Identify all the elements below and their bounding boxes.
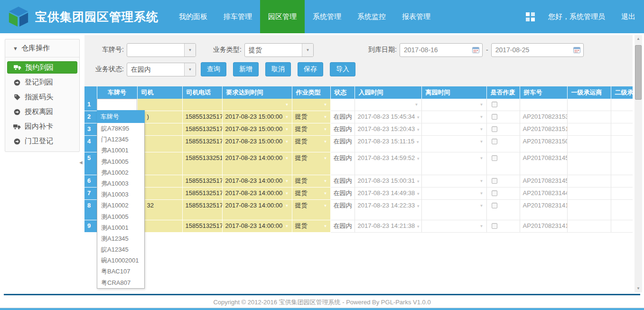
entry-time-cell[interactable]: ▼ bbox=[355, 99, 421, 111]
required-time-cell[interactable]: ▼2017-08-23 15:00:00 bbox=[222, 123, 292, 136]
plate-option[interactable]: 弗A10005 bbox=[97, 156, 144, 167]
plate-option[interactable]: 测A10001 bbox=[97, 222, 144, 233]
exit-time-cell[interactable]: ▼ bbox=[421, 136, 486, 152]
operation-type-cell[interactable]: ▼提货 bbox=[292, 152, 330, 175]
add-button[interactable]: 新增 bbox=[233, 62, 259, 76]
plate-option[interactable]: 测A12345 bbox=[97, 233, 144, 244]
entry-time-cell[interactable]: 2017-08-23 14:22:33▼ bbox=[355, 200, 421, 220]
void-checkbox[interactable] bbox=[492, 102, 497, 107]
required-time-cell[interactable]: ▼ bbox=[222, 99, 292, 111]
plate-option[interactable]: 弗A10003 bbox=[97, 178, 144, 189]
plate-select[interactable]: ▼ bbox=[127, 43, 196, 57]
row-number[interactable]: 4 bbox=[84, 136, 97, 152]
nav-item-dashboard[interactable]: 我的面板 bbox=[171, 0, 215, 33]
entry-time-cell[interactable]: 2017-08-23 14:59:52▼ bbox=[355, 152, 421, 175]
cancel-button[interactable]: 取消 bbox=[265, 62, 291, 76]
sidebar-item-park-card-reissue[interactable]: 园内补卡 bbox=[5, 119, 79, 134]
void-checkbox[interactable] bbox=[492, 114, 497, 120]
sidebar-collapse-arrow[interactable]: ◄ bbox=[78, 160, 84, 165]
scrollbar-thumb[interactable] bbox=[635, 45, 642, 100]
entry-time-cell[interactable]: 2017-08-23 15:11:15▼ bbox=[355, 136, 421, 152]
operation-type-cell[interactable]: ▼提货 bbox=[292, 136, 330, 152]
nav-item-report-management[interactable]: 报表管理 bbox=[394, 0, 439, 33]
exit-time-cell[interactable]: ▼ bbox=[421, 123, 486, 136]
entry-time-cell[interactable]: 2017-08-23 14:49:38▼ bbox=[355, 188, 421, 200]
driver-phone-cell[interactable]: 15855132517 bbox=[182, 111, 222, 123]
plate-option[interactable]: 测A10003 bbox=[97, 189, 144, 200]
row-number[interactable]: 8 bbox=[84, 200, 97, 220]
exit-time-cell[interactable]: ▼ bbox=[421, 200, 486, 220]
operation-type-cell[interactable]: ▼ bbox=[292, 99, 330, 111]
required-time-cell[interactable]: ▼2017-08-23 15:00:00 bbox=[222, 111, 292, 123]
driver-phone-cell[interactable]: 15855132517 bbox=[182, 136, 222, 152]
void-checkbox[interactable] bbox=[492, 126, 497, 132]
required-time-cell[interactable]: ▼2017-08-23 14:00:00 bbox=[222, 200, 292, 220]
required-time-cell[interactable]: ▼2017-08-23 15:00:00 bbox=[222, 136, 292, 152]
row-number[interactable]: 3 bbox=[84, 123, 97, 136]
void-checkbox[interactable] bbox=[492, 190, 497, 196]
exit-time-cell[interactable]: ▼ bbox=[421, 99, 486, 111]
plate-option[interactable]: 皖A78K95 bbox=[97, 123, 144, 134]
operation-type-cell[interactable]: ▼提货 bbox=[292, 123, 330, 136]
chevron-down-icon[interactable]: ▼ bbox=[302, 44, 313, 56]
row-number[interactable]: 9 bbox=[84, 220, 97, 233]
required-time-cell[interactable]: ▼2017-08-23 14:00:00 bbox=[222, 188, 292, 200]
operation-type-cell[interactable]: ▼提货 bbox=[292, 111, 330, 123]
exit-time-cell[interactable]: ▼ bbox=[421, 175, 486, 188]
void-checkbox[interactable] bbox=[492, 155, 497, 161]
chevron-down-icon[interactable]: ▼ bbox=[184, 63, 196, 76]
nav-item-system-management[interactable]: 系统管理 bbox=[305, 0, 349, 33]
plate-option[interactable]: 皖A12345 bbox=[97, 244, 144, 255]
business-type-select[interactable]: 提货 ▼ bbox=[244, 43, 314, 57]
driver-phone-cell[interactable] bbox=[182, 99, 222, 111]
driver-phone-cell[interactable]: 15855132517 bbox=[182, 220, 222, 233]
sidebar-group-header[interactable]: ▼ 仓库操作 bbox=[5, 39, 79, 57]
driver-phone-cell[interactable]: 15855133251 bbox=[182, 152, 222, 175]
sidebar-item-assign-dock[interactable]: 指派码头 bbox=[5, 90, 79, 104]
driver-phone-cell[interactable]: 15855132517 bbox=[182, 188, 222, 200]
plate-option[interactable]: 弗A10001 bbox=[97, 145, 144, 156]
exit-time-cell[interactable]: ▼ bbox=[421, 111, 486, 123]
logout-link[interactable]: 退出 bbox=[621, 12, 635, 21]
plate-option[interactable]: 弗A10002 bbox=[97, 167, 144, 178]
row-number[interactable]: 1 bbox=[84, 99, 97, 111]
plate-option[interactable]: 粤CRA807 bbox=[97, 277, 144, 288]
nav-item-dispatch[interactable]: 排车管理 bbox=[215, 0, 260, 33]
scroll-down-arrow-icon[interactable]: ▼ bbox=[635, 285, 642, 292]
vertical-scrollbar[interactable]: ▲ ▼ bbox=[635, 35, 642, 292]
sidebar-item-authorize-departure[interactable]: 授权离园 bbox=[5, 104, 79, 119]
void-checkbox[interactable] bbox=[492, 139, 497, 144]
driver-phone-cell[interactable]: 15855132517 bbox=[182, 175, 222, 188]
date-from-input[interactable]: 2017-08-16 bbox=[400, 43, 483, 57]
exit-time-cell[interactable]: ▼ bbox=[421, 220, 486, 233]
entry-time-cell[interactable]: 2017-08-23 15:20:43▼ bbox=[355, 123, 421, 136]
row-number[interactable]: 2 bbox=[84, 111, 97, 123]
chevron-down-icon[interactable]: ▼ bbox=[184, 44, 196, 56]
row-number[interactable]: 6 bbox=[84, 175, 97, 188]
operation-type-cell[interactable]: ▼提货 bbox=[292, 220, 330, 233]
sidebar-item-reserve-arrival[interactable]: 预约到园 bbox=[7, 61, 77, 74]
exit-time-cell[interactable]: ▼ bbox=[421, 188, 486, 200]
sidebar-item-register-arrival[interactable]: 登记到园 bbox=[5, 75, 79, 90]
row-number[interactable]: 5 bbox=[84, 152, 97, 175]
plate-option[interactable]: 碗A10002001 bbox=[97, 255, 144, 266]
void-checkbox[interactable] bbox=[492, 203, 497, 208]
operation-type-cell[interactable]: ▼提货 bbox=[292, 200, 330, 220]
required-time-cell[interactable]: ▼2017-08-23 14:00:00 bbox=[222, 220, 292, 233]
nav-item-park-management[interactable]: 园区管理 bbox=[260, 0, 305, 33]
plate-edit-cell[interactable] bbox=[97, 99, 137, 111]
query-button[interactable]: 查询 bbox=[201, 62, 226, 76]
import-button[interactable]: 导入 bbox=[330, 62, 355, 76]
exit-time-cell[interactable]: ▼ bbox=[421, 152, 486, 175]
nav-item-system-monitor[interactable]: 系统监控 bbox=[349, 0, 394, 33]
required-time-cell[interactable]: ▼2017-08-23 14:00:00 bbox=[222, 175, 292, 188]
apps-grid-icon[interactable] bbox=[526, 12, 535, 21]
operation-type-cell[interactable]: ▼提货 bbox=[292, 175, 330, 188]
plate-option[interactable]: 测A10005 bbox=[97, 211, 144, 222]
entry-time-cell[interactable]: 2017-08-23 15:00:31▼ bbox=[355, 175, 421, 188]
calendar-icon[interactable] bbox=[472, 47, 479, 53]
driver-cell[interactable] bbox=[137, 99, 182, 111]
driver-phone-cell[interactable]: 15855132517 bbox=[182, 123, 222, 136]
operation-type-cell[interactable]: ▼提货 bbox=[292, 188, 330, 200]
plate-option[interactable]: 粤BAC107 bbox=[97, 266, 144, 277]
